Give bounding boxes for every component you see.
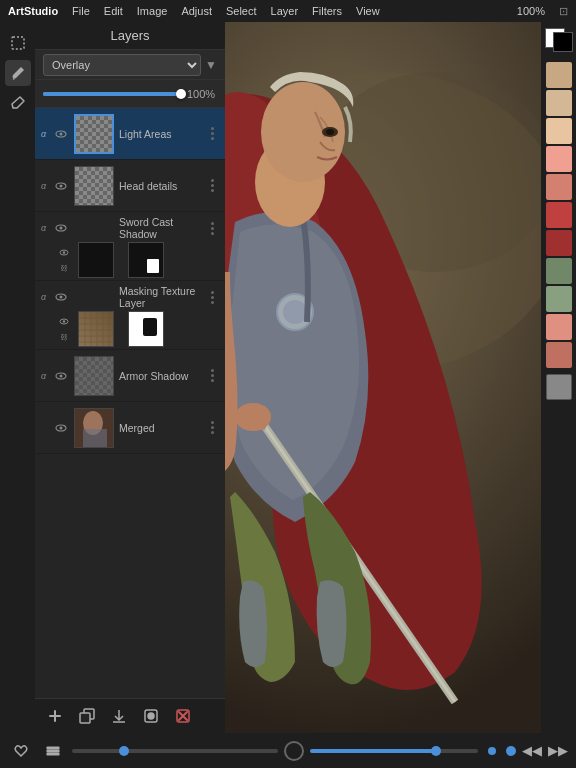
- brush-opacity-slider[interactable]: [310, 749, 478, 753]
- eraser-tool[interactable]: [5, 90, 31, 116]
- layer-masked-item[interactable]: α Masking Texture Layer ⛓: [35, 281, 225, 350]
- redo-button[interactable]: ▶▶: [548, 743, 568, 758]
- svg-point-12: [235, 403, 271, 431]
- visibility-icon[interactable]: [53, 182, 69, 190]
- circle-control[interactable]: [284, 741, 304, 761]
- layer-options-button[interactable]: [205, 421, 219, 434]
- opacity-dot-large: [506, 746, 516, 756]
- swatch-1[interactable]: [546, 62, 572, 88]
- svg-point-4: [283, 300, 307, 324]
- add-layer-button[interactable]: [43, 704, 67, 728]
- background-color[interactable]: [553, 32, 573, 52]
- svg-point-37: [60, 374, 63, 377]
- layer-name: Light Areas: [119, 128, 205, 140]
- layer-name: Head details: [119, 180, 205, 192]
- swatch-12[interactable]: [546, 374, 572, 400]
- texture-thumbnail: [78, 311, 114, 347]
- layers-toggle-button[interactable]: [40, 738, 66, 764]
- visibility-icon[interactable]: [53, 130, 69, 138]
- layer-thumbnail: [74, 114, 114, 154]
- svg-point-49: [148, 713, 154, 719]
- mask-thumbnail: [128, 311, 164, 347]
- blend-mode-chevron: ▼: [205, 58, 217, 72]
- visibility-icon[interactable]: [53, 224, 69, 232]
- swatch-5[interactable]: [546, 174, 572, 200]
- svg-rect-44: [49, 715, 61, 717]
- favorite-button[interactable]: [8, 738, 34, 764]
- layer-thumbnail: [74, 356, 114, 396]
- swatch-8[interactable]: [546, 258, 572, 284]
- menu-edit[interactable]: Edit: [104, 5, 123, 17]
- swatch-2[interactable]: [546, 90, 572, 116]
- flatten-layer-button[interactable]: [107, 704, 131, 728]
- svg-point-15: [60, 132, 63, 135]
- swatch-11[interactable]: [546, 342, 572, 368]
- svg-point-19: [60, 227, 63, 230]
- alpha-lock-icon: α: [41, 292, 53, 302]
- layers-panel-title: Layers: [35, 22, 225, 50]
- menu-adjust[interactable]: Adjust: [181, 5, 212, 17]
- svg-rect-13: [12, 37, 24, 49]
- svg-point-8: [326, 129, 334, 135]
- menu-filters[interactable]: Filters: [312, 5, 342, 17]
- svg-point-23: [60, 296, 63, 299]
- swatch-10[interactable]: [546, 314, 572, 340]
- layers-panel: Layers Overlay Normal Multiply Screen So…: [35, 22, 225, 733]
- swatch-6[interactable]: [546, 202, 572, 228]
- blend-mode-select[interactable]: Overlay Normal Multiply Screen Soft Ligh…: [43, 54, 201, 76]
- opacity-slider[interactable]: [43, 92, 181, 96]
- layer-group-item[interactable]: α Sword Cast Shadow ⛓: [35, 212, 225, 281]
- layer-item[interactable]: α Merged: [35, 402, 225, 454]
- fullscreen-icon[interactable]: ⊡: [559, 5, 568, 18]
- opacity-area: [310, 746, 516, 756]
- layer-options-button[interactable]: [205, 222, 219, 235]
- layer-name: Armor Shadow: [119, 370, 205, 382]
- brush-tool[interactable]: [5, 60, 31, 86]
- undo-button[interactable]: ◀◀: [522, 743, 542, 758]
- selection-tool[interactable]: [5, 30, 31, 56]
- sub-visibility-icon[interactable]: [57, 245, 71, 259]
- app-name[interactable]: ArtStudio: [8, 5, 58, 17]
- swatch-7[interactable]: [546, 230, 572, 256]
- alpha-lock-icon: α: [41, 371, 53, 381]
- layer-options-button[interactable]: [205, 127, 219, 140]
- layers-panel-bottom: [35, 698, 225, 733]
- visibility-icon[interactable]: [53, 372, 69, 380]
- svg-rect-52: [47, 750, 59, 752]
- mask-layer-button[interactable]: [139, 704, 163, 728]
- menu-layer[interactable]: Layer: [271, 5, 299, 17]
- layer-options-button[interactable]: [205, 291, 219, 304]
- opacity-dot-small: [488, 747, 496, 755]
- svg-point-39: [60, 426, 63, 429]
- layer-options-button[interactable]: [205, 369, 219, 382]
- menu-image[interactable]: Image: [137, 5, 168, 17]
- alpha-lock-icon: α: [41, 223, 53, 233]
- alpha-lock-icon: α: [41, 181, 53, 191]
- menu-file[interactable]: File: [72, 5, 90, 17]
- swatch-3[interactable]: [546, 118, 572, 144]
- sub-visibility-icon[interactable]: [57, 314, 71, 328]
- delete-layer-button[interactable]: [171, 704, 195, 728]
- brush-size-slider[interactable]: [72, 749, 278, 753]
- layer-item[interactable]: α Head details: [35, 160, 225, 212]
- brush-size-area: [72, 749, 278, 753]
- svg-rect-46: [80, 713, 90, 723]
- menu-select[interactable]: Select: [226, 5, 257, 17]
- layer-options-button[interactable]: [205, 179, 219, 192]
- alpha-lock-icon: α: [41, 129, 53, 139]
- layer-item[interactable]: α Armor Shadow: [35, 350, 225, 402]
- visibility-icon[interactable]: [53, 293, 69, 301]
- layer-thumbnail: [74, 408, 114, 448]
- swatch-4[interactable]: [546, 146, 572, 172]
- left-toolbar: [0, 22, 35, 733]
- color-pair[interactable]: [545, 28, 573, 56]
- sub-link-icon[interactable]: ⛓: [57, 330, 71, 344]
- menu-bar: ArtStudio File Edit Image Adjust Select …: [0, 0, 576, 22]
- layer-item[interactable]: α Light Areas: [35, 108, 225, 160]
- visibility-icon[interactable]: [53, 424, 69, 432]
- right-color-palette: [541, 22, 576, 733]
- sub-link-icon[interactable]: ⛓: [57, 261, 71, 275]
- menu-view[interactable]: View: [356, 5, 380, 17]
- duplicate-layer-button[interactable]: [75, 704, 99, 728]
- swatch-9[interactable]: [546, 286, 572, 312]
